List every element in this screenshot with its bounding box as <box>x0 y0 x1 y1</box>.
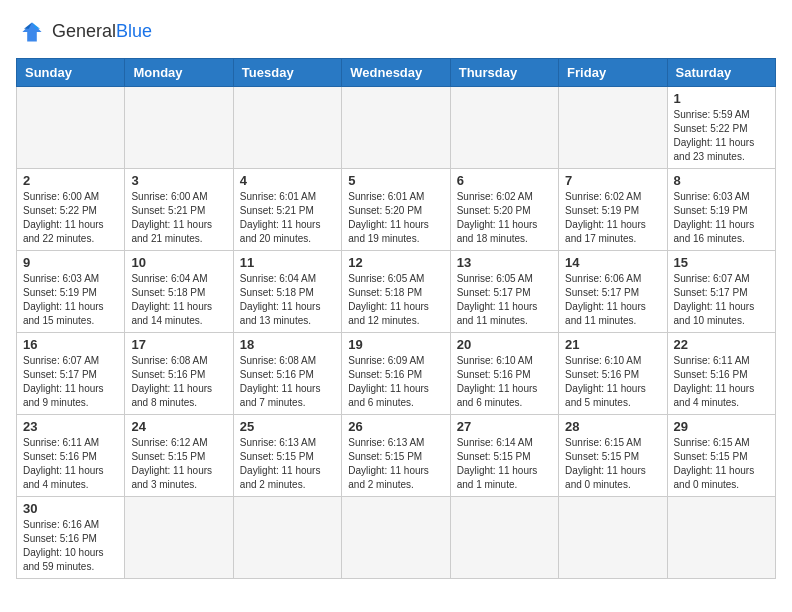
day-info: Sunrise: 6:11 AM Sunset: 5:16 PM Dayligh… <box>23 436 118 492</box>
week-row-6: 30Sunrise: 6:16 AM Sunset: 5:16 PM Dayli… <box>17 497 776 579</box>
day-cell: 14Sunrise: 6:06 AM Sunset: 5:17 PM Dayli… <box>559 251 667 333</box>
day-cell: 11Sunrise: 6:04 AM Sunset: 5:18 PM Dayli… <box>233 251 341 333</box>
header-cell-friday: Friday <box>559 59 667 87</box>
day-info: Sunrise: 6:08 AM Sunset: 5:16 PM Dayligh… <box>131 354 226 410</box>
day-cell: 5Sunrise: 6:01 AM Sunset: 5:20 PM Daylig… <box>342 169 450 251</box>
day-number: 20 <box>457 337 552 352</box>
day-number: 13 <box>457 255 552 270</box>
day-cell <box>342 497 450 579</box>
day-cell: 25Sunrise: 6:13 AM Sunset: 5:15 PM Dayli… <box>233 415 341 497</box>
day-cell: 8Sunrise: 6:03 AM Sunset: 5:19 PM Daylig… <box>667 169 775 251</box>
day-number: 28 <box>565 419 660 434</box>
day-info: Sunrise: 6:06 AM Sunset: 5:17 PM Dayligh… <box>565 272 660 328</box>
day-cell: 19Sunrise: 6:09 AM Sunset: 5:16 PM Dayli… <box>342 333 450 415</box>
day-info: Sunrise: 6:08 AM Sunset: 5:16 PM Dayligh… <box>240 354 335 410</box>
day-number: 10 <box>131 255 226 270</box>
day-cell: 12Sunrise: 6:05 AM Sunset: 5:18 PM Dayli… <box>342 251 450 333</box>
header-cell-monday: Monday <box>125 59 233 87</box>
day-cell <box>559 497 667 579</box>
day-info: Sunrise: 6:11 AM Sunset: 5:16 PM Dayligh… <box>674 354 769 410</box>
day-info: Sunrise: 6:09 AM Sunset: 5:16 PM Dayligh… <box>348 354 443 410</box>
day-cell <box>233 87 341 169</box>
day-cell: 3Sunrise: 6:00 AM Sunset: 5:21 PM Daylig… <box>125 169 233 251</box>
day-number: 21 <box>565 337 660 352</box>
week-row-1: 1Sunrise: 5:59 AM Sunset: 5:22 PM Daylig… <box>17 87 776 169</box>
day-info: Sunrise: 6:10 AM Sunset: 5:16 PM Dayligh… <box>565 354 660 410</box>
day-cell: 2Sunrise: 6:00 AM Sunset: 5:22 PM Daylig… <box>17 169 125 251</box>
day-number: 18 <box>240 337 335 352</box>
week-row-4: 16Sunrise: 6:07 AM Sunset: 5:17 PM Dayli… <box>17 333 776 415</box>
day-number: 2 <box>23 173 118 188</box>
day-number: 8 <box>674 173 769 188</box>
day-info: Sunrise: 5:59 AM Sunset: 5:22 PM Dayligh… <box>674 108 769 164</box>
day-number: 9 <box>23 255 118 270</box>
day-cell: 21Sunrise: 6:10 AM Sunset: 5:16 PM Dayli… <box>559 333 667 415</box>
day-info: Sunrise: 6:07 AM Sunset: 5:17 PM Dayligh… <box>674 272 769 328</box>
day-cell: 9Sunrise: 6:03 AM Sunset: 5:19 PM Daylig… <box>17 251 125 333</box>
header-cell-wednesday: Wednesday <box>342 59 450 87</box>
day-number: 3 <box>131 173 226 188</box>
day-info: Sunrise: 6:01 AM Sunset: 5:21 PM Dayligh… <box>240 190 335 246</box>
week-row-2: 2Sunrise: 6:00 AM Sunset: 5:22 PM Daylig… <box>17 169 776 251</box>
day-cell: 22Sunrise: 6:11 AM Sunset: 5:16 PM Dayli… <box>667 333 775 415</box>
day-number: 15 <box>674 255 769 270</box>
day-info: Sunrise: 6:03 AM Sunset: 5:19 PM Dayligh… <box>674 190 769 246</box>
day-info: Sunrise: 6:16 AM Sunset: 5:16 PM Dayligh… <box>23 518 118 574</box>
day-number: 22 <box>674 337 769 352</box>
day-info: Sunrise: 6:10 AM Sunset: 5:16 PM Dayligh… <box>457 354 552 410</box>
day-info: Sunrise: 6:15 AM Sunset: 5:15 PM Dayligh… <box>565 436 660 492</box>
day-cell: 6Sunrise: 6:02 AM Sunset: 5:20 PM Daylig… <box>450 169 558 251</box>
day-cell: 23Sunrise: 6:11 AM Sunset: 5:16 PM Dayli… <box>17 415 125 497</box>
day-cell: 10Sunrise: 6:04 AM Sunset: 5:18 PM Dayli… <box>125 251 233 333</box>
day-info: Sunrise: 6:02 AM Sunset: 5:19 PM Dayligh… <box>565 190 660 246</box>
day-number: 4 <box>240 173 335 188</box>
day-cell: 20Sunrise: 6:10 AM Sunset: 5:16 PM Dayli… <box>450 333 558 415</box>
day-number: 1 <box>674 91 769 106</box>
day-cell <box>125 87 233 169</box>
day-cell: 26Sunrise: 6:13 AM Sunset: 5:15 PM Dayli… <box>342 415 450 497</box>
day-cell: 15Sunrise: 6:07 AM Sunset: 5:17 PM Dayli… <box>667 251 775 333</box>
svg-marker-0 <box>22 22 41 41</box>
day-number: 12 <box>348 255 443 270</box>
day-number: 23 <box>23 419 118 434</box>
week-row-5: 23Sunrise: 6:11 AM Sunset: 5:16 PM Dayli… <box>17 415 776 497</box>
day-number: 30 <box>23 501 118 516</box>
day-info: Sunrise: 6:14 AM Sunset: 5:15 PM Dayligh… <box>457 436 552 492</box>
logo-icon <box>16 16 48 48</box>
day-number: 17 <box>131 337 226 352</box>
day-info: Sunrise: 6:03 AM Sunset: 5:19 PM Dayligh… <box>23 272 118 328</box>
day-cell: 18Sunrise: 6:08 AM Sunset: 5:16 PM Dayli… <box>233 333 341 415</box>
day-cell: 27Sunrise: 6:14 AM Sunset: 5:15 PM Dayli… <box>450 415 558 497</box>
day-cell: 28Sunrise: 6:15 AM Sunset: 5:15 PM Dayli… <box>559 415 667 497</box>
day-cell: 29Sunrise: 6:15 AM Sunset: 5:15 PM Dayli… <box>667 415 775 497</box>
day-number: 14 <box>565 255 660 270</box>
day-cell <box>450 497 558 579</box>
day-cell: 7Sunrise: 6:02 AM Sunset: 5:19 PM Daylig… <box>559 169 667 251</box>
day-info: Sunrise: 6:13 AM Sunset: 5:15 PM Dayligh… <box>240 436 335 492</box>
header-cell-sunday: Sunday <box>17 59 125 87</box>
day-cell <box>125 497 233 579</box>
day-info: Sunrise: 6:04 AM Sunset: 5:18 PM Dayligh… <box>240 272 335 328</box>
day-number: 11 <box>240 255 335 270</box>
logo-text: GeneralBlue <box>52 22 152 42</box>
day-number: 7 <box>565 173 660 188</box>
day-cell: 24Sunrise: 6:12 AM Sunset: 5:15 PM Dayli… <box>125 415 233 497</box>
day-info: Sunrise: 6:01 AM Sunset: 5:20 PM Dayligh… <box>348 190 443 246</box>
day-cell <box>559 87 667 169</box>
day-info: Sunrise: 6:02 AM Sunset: 5:20 PM Dayligh… <box>457 190 552 246</box>
logo: GeneralBlue <box>16 16 152 48</box>
header-cell-tuesday: Tuesday <box>233 59 341 87</box>
day-cell: 17Sunrise: 6:08 AM Sunset: 5:16 PM Dayli… <box>125 333 233 415</box>
day-cell <box>667 497 775 579</box>
day-number: 26 <box>348 419 443 434</box>
header-row: SundayMondayTuesdayWednesdayThursdayFrid… <box>17 59 776 87</box>
day-info: Sunrise: 6:12 AM Sunset: 5:15 PM Dayligh… <box>131 436 226 492</box>
day-info: Sunrise: 6:04 AM Sunset: 5:18 PM Dayligh… <box>131 272 226 328</box>
day-cell: 16Sunrise: 6:07 AM Sunset: 5:17 PM Dayli… <box>17 333 125 415</box>
header-cell-saturday: Saturday <box>667 59 775 87</box>
day-info: Sunrise: 6:07 AM Sunset: 5:17 PM Dayligh… <box>23 354 118 410</box>
day-cell: 13Sunrise: 6:05 AM Sunset: 5:17 PM Dayli… <box>450 251 558 333</box>
day-info: Sunrise: 6:15 AM Sunset: 5:15 PM Dayligh… <box>674 436 769 492</box>
day-number: 19 <box>348 337 443 352</box>
calendar-table: SundayMondayTuesdayWednesdayThursdayFrid… <box>16 58 776 579</box>
